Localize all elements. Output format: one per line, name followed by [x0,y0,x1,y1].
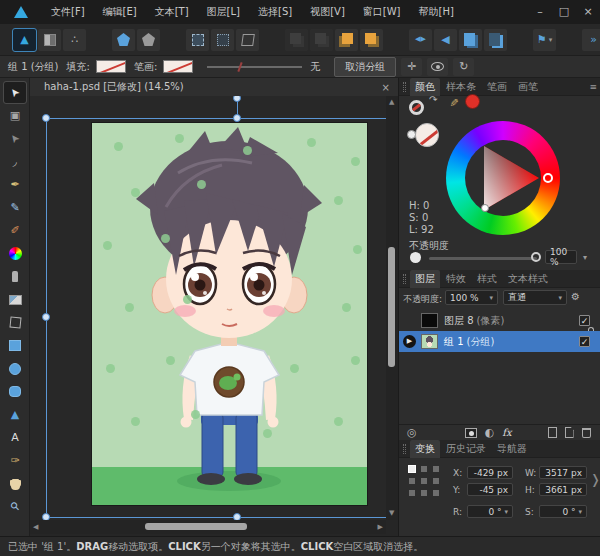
insert-inside-button[interactable] [112,29,135,51]
anchor-point[interactable] [433,478,439,484]
expand-group-icon[interactable]: ▶ [403,335,416,348]
wh-link-icon[interactable]: ❭ [590,472,600,487]
panel-grip-icon[interactable] [403,82,406,92]
menu-item[interactable]: 编辑[E] [94,1,146,23]
pencil-tool[interactable]: ✎ [4,197,26,218]
text-tool[interactable]: A [4,427,26,448]
free-transform-button[interactable] [236,29,259,51]
pan-tool[interactable] [4,473,26,494]
anchor-point[interactable] [433,466,439,472]
panel-grip-icon[interactable] [403,444,406,454]
swap-fill-stroke-icon[interactable]: ↷ [429,94,437,105]
fill-swatch-none[interactable] [96,60,126,73]
flip-horizontal-button[interactable]: ◀▶ [409,29,432,51]
corner-tool[interactable]: ◞ [4,151,26,172]
layer-effects-button[interactable]: fx [502,428,511,438]
menu-item[interactable]: 视图[V] [301,1,354,23]
preview-toggle-button[interactable] [427,58,448,76]
ui-grid-toggle-button[interactable] [38,29,61,51]
bring-forward-button[interactable] [335,29,358,51]
layers-panel-tab[interactable]: 文本样式 [503,270,553,288]
scroll-up-icon[interactable]: ▲ [389,98,394,106]
order-back-button[interactable] [484,29,507,51]
transform-w-input[interactable]: 3517 px [539,466,587,479]
selection-handle-top-center[interactable] [233,114,241,122]
color-panel-tab[interactable]: 画笔 [513,78,543,96]
layer-row[interactable]: 图层 8(像素)✓ [399,310,600,331]
transform-h-input[interactable]: 3661 px [539,483,587,496]
transform-r-input[interactable]: 0 °▾ [467,505,513,518]
blend-mode-dropdown[interactable]: 直通▾ [503,290,567,305]
layer-visibility-checkbox[interactable]: ✓ [579,336,590,347]
menu-item[interactable]: 选择[S] [249,1,301,23]
transform-panel-tab[interactable]: 导航器 [492,440,532,458]
color-picker-tool[interactable]: ✑ [4,450,26,471]
insert-behind-button[interactable] [137,29,160,51]
cycle-selection-button[interactable]: ↻ [453,58,474,76]
triangle-tool[interactable]: ▲ [4,404,26,425]
layers-panel-tab[interactable]: 样式 [472,270,502,288]
scroll-right-icon[interactable]: ▶ [378,523,383,531]
saturation-triangle[interactable] [465,140,541,216]
order-front-button[interactable] [459,29,482,51]
opacity-dropdown-icon[interactable]: ▾ [583,253,587,262]
ungroup-button[interactable]: 取消分组 [334,57,396,77]
anchor-point[interactable] [421,466,427,472]
rounded-rectangle-tool[interactable] [4,381,26,402]
move-anchor-button[interactable]: ✛ [401,58,422,76]
stroke-width-slider[interactable] [207,66,302,68]
anchor-point-selector[interactable] [409,466,439,496]
affinity-home-button[interactable]: ▲ [13,29,36,51]
opacity-slider-knob[interactable] [531,252,541,262]
vector-brush-tool[interactable]: ✐ [4,220,26,241]
marquee-solid-button[interactable] [186,29,209,51]
menu-item[interactable]: 帮助[H] [410,1,463,23]
picked-color-swatch[interactable] [465,94,480,109]
eyedropper-icon[interactable]: ✎ [447,98,460,107]
toolbar-overflow-button[interactable]: » [582,29,600,51]
add-layer-button[interactable] [565,427,574,438]
zoom-tool[interactable]: ⚲ [4,496,26,517]
ellipse-tool[interactable] [4,358,26,379]
layer-visibility-checkbox[interactable]: ✓ [579,315,590,326]
arrange-down-button[interactable] [310,29,333,51]
selection-handle-bottom-center[interactable] [233,513,241,520]
close-tab-icon[interactable]: × [382,82,390,93]
canvas-viewport[interactable] [30,96,386,520]
move-tool[interactable]: ➤ [4,82,26,103]
color-panel-tab[interactable]: 颜色 [410,78,440,96]
layer-row[interactable]: ▶组 1(分组)✓ [399,331,600,352]
place-image-tool[interactable] [4,289,26,310]
color-wheel-tool[interactable] [4,243,26,264]
blend-options-gear-icon[interactable]: ⚙ [571,291,580,302]
layers-panel-tab[interactable]: 特效 [441,270,471,288]
selection-edge-bottom[interactable] [46,517,386,518]
secondary-color-well[interactable] [407,130,416,139]
color-panel-tab[interactable]: 笔画 [482,78,512,96]
transform-s-input[interactable]: 0 °▾ [539,505,587,518]
horizontal-scrollbar[interactable]: ◀ ▶ [30,520,386,534]
anchor-point[interactable] [409,490,415,496]
transform-y-input[interactable]: -45 px [467,483,513,496]
artwork-image[interactable] [92,123,367,505]
opacity-slider[interactable] [429,257,537,260]
scroll-left-icon[interactable]: ◀ [33,523,38,531]
transform-panel-tab[interactable]: 变换 [410,440,440,458]
document-tab[interactable]: haha-1.psd [已修改] (14.5%) × [30,78,398,96]
vertical-scrollbar-thumb[interactable] [388,247,395,367]
stroke-swatch-none[interactable] [163,60,193,73]
anchor-point[interactable] [433,490,439,496]
menu-item[interactable]: 文本[T] [146,1,198,23]
rotation-handle[interactable] [233,96,241,102]
marquee-dotted-button[interactable] [211,29,234,51]
node-tool[interactable]: ➤ [4,128,26,149]
flip-vertical-button[interactable]: ◀ [434,29,457,51]
adjustment-layer-button[interactable]: ◐ [485,427,495,438]
opacity-value-box[interactable]: 100 % [545,250,577,264]
send-backward-button[interactable] [360,29,383,51]
edit-all-layers-toggle[interactable]: ◎ [407,427,417,438]
transform-panel-tab[interactable]: 历史记录 [441,440,491,458]
mask-layer-button[interactable] [465,428,477,438]
selection-handle-bottom-left[interactable] [42,513,50,520]
arrange-up-button[interactable] [285,29,308,51]
